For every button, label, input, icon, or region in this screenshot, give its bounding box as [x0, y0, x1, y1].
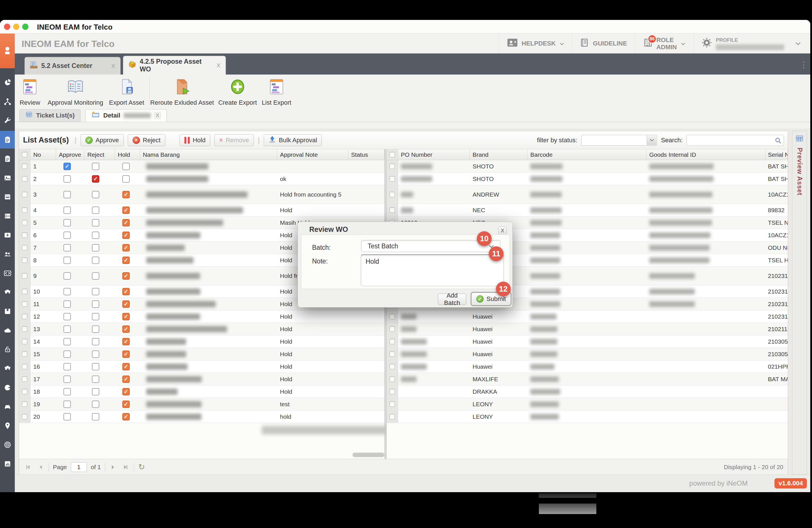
table-row[interactable]: 20✓hold	[19, 411, 385, 423]
hold-checkbox[interactable]: ✓	[122, 219, 130, 226]
sidebar-item-cloud[interactable]	[0, 321, 15, 339]
table-row[interactable]: 15✓Hold	[19, 348, 385, 361]
sidebar-item-archive-box[interactable]	[0, 303, 15, 320]
row-select-checkbox[interactable]	[387, 398, 398, 410]
row-select-checkbox[interactable]	[19, 285, 30, 297]
sidebar-item-store[interactable]	[0, 188, 15, 206]
row-select-checkbox[interactable]	[19, 267, 30, 285]
reject-checkbox[interactable]	[92, 313, 99, 320]
reject-checkbox[interactable]	[92, 300, 99, 308]
table-row[interactable]: DRAKKA	[387, 385, 788, 398]
reject-checkbox[interactable]	[92, 272, 99, 280]
sidebar-item-wrench[interactable]	[0, 112, 15, 129]
approve-checkbox[interactable]	[63, 400, 71, 408]
approve-checkbox[interactable]	[63, 313, 71, 320]
add-batch-button[interactable]: Add Batch	[438, 294, 466, 305]
reject-checkbox[interactable]	[92, 325, 99, 333]
reject-checkbox[interactable]	[92, 338, 99, 346]
tool-review[interactable]: Review	[20, 78, 40, 106]
hold-checkbox[interactable]	[122, 175, 130, 182]
table-row[interactable]: LEONY	[387, 411, 788, 423]
row-select-checkbox[interactable]	[19, 398, 30, 410]
reject-checkbox[interactable]	[92, 288, 99, 295]
tool-create-export[interactable]: Create Export	[218, 78, 257, 106]
column-header-reject[interactable]: Reject	[85, 149, 115, 160]
tool-export-asset[interactable]: Export Asset	[109, 78, 144, 106]
sidebar-item-location-pin[interactable]	[0, 417, 15, 435]
column-header-brand[interactable]: Brand	[470, 149, 527, 160]
modal-close-button[interactable]: X	[498, 226, 507, 235]
reject-checkbox[interactable]	[92, 219, 99, 226]
row-select-checkbox[interactable]	[19, 217, 30, 229]
preview-asset-strip[interactable]: Preview Asset	[792, 131, 807, 474]
tab-asset-center[interactable]: 5.2 Asset Center X	[25, 57, 121, 75]
last-page-button[interactable]	[121, 463, 130, 471]
hold-checkbox[interactable]: ✓	[122, 363, 130, 370]
table-row[interactable]: Huawei2102311	[387, 310, 788, 323]
sidebar-item-puzzle-alt[interactable]	[0, 360, 15, 377]
row-select-checkbox[interactable]	[387, 323, 398, 335]
profile-menu[interactable]: PROFILE	[693, 33, 809, 54]
hold-checkbox[interactable]: ✓	[122, 388, 130, 395]
row-select-checkbox[interactable]	[19, 160, 30, 172]
close-subtab-icon[interactable]: X	[154, 112, 161, 119]
select-all-checkbox[interactable]	[387, 149, 398, 160]
table-row[interactable]: 12✓Hold	[19, 310, 385, 323]
table-row[interactable]: 3✓Hold from accounting 5	[19, 185, 385, 204]
approve-checkbox[interactable]	[63, 388, 71, 395]
row-select-checkbox[interactable]	[19, 323, 30, 335]
approve-checkbox[interactable]	[63, 272, 71, 280]
approve-button[interactable]: ✓ Approve	[81, 134, 124, 146]
reject-checkbox[interactable]	[92, 413, 99, 421]
approve-checkbox[interactable]	[63, 232, 71, 239]
reject-checkbox[interactable]	[92, 400, 99, 408]
first-page-button[interactable]	[24, 463, 32, 471]
table-row[interactable]: SHOTOBAT SHO	[387, 160, 788, 173]
table-row[interactable]: 19✓test	[19, 398, 385, 411]
sidebar-item-people[interactable]	[0, 245, 15, 263]
hold-checkbox[interactable]: ✓	[122, 338, 130, 346]
hold-checkbox[interactable]: ✓	[122, 256, 130, 264]
reject-checkbox[interactable]	[92, 388, 99, 395]
row-select-checkbox[interactable]	[19, 204, 30, 216]
table-row[interactable]: 14✓Hold	[19, 335, 385, 348]
row-select-checkbox[interactable]	[387, 385, 398, 398]
sidebar-item-bar-chart[interactable]	[0, 455, 15, 472]
remove-button[interactable]: × Remove	[214, 134, 254, 146]
row-select-checkbox[interactable]	[19, 173, 30, 185]
hold-checkbox[interactable]: ✓	[122, 376, 130, 383]
approve-checkbox[interactable]	[63, 191, 71, 198]
minimize-window-button[interactable]	[13, 24, 19, 30]
column-header-approve[interactable]: Approve	[56, 149, 85, 160]
column-header-serial-n[interactable]: Serial N	[766, 149, 788, 160]
table-row[interactable]: NEC89832	[387, 204, 788, 217]
table-row[interactable]: 17✓Hold	[19, 373, 385, 385]
hold-checkbox[interactable]	[122, 163, 130, 170]
approve-checkbox[interactable]: ✓	[63, 163, 71, 170]
row-select-checkbox[interactable]	[19, 348, 30, 360]
row-select-checkbox[interactable]	[19, 373, 30, 385]
table-row[interactable]: 16✓Hold	[19, 361, 385, 373]
approve-checkbox[interactable]	[63, 207, 71, 214]
bulk-approval-button[interactable]: Bulk Approval	[264, 134, 322, 146]
prev-page-button[interactable]	[36, 463, 45, 471]
tab-detail[interactable]: Detail X	[85, 109, 167, 122]
approve-checkbox[interactable]	[63, 288, 71, 295]
row-select-checkbox[interactable]	[387, 310, 398, 323]
sidebar-item-image[interactable]	[0, 169, 15, 187]
approve-checkbox[interactable]	[63, 413, 71, 421]
sidebar-item-lock[interactable]	[0, 340, 15, 358]
horizontal-scrollbar-thumb[interactable]	[352, 453, 385, 457]
sidebar-item-download-box[interactable]	[0, 226, 15, 244]
hold-checkbox[interactable]: ✓	[122, 351, 130, 358]
row-select-checkbox[interactable]	[387, 335, 398, 348]
reject-checkbox[interactable]: ✓	[92, 175, 99, 182]
page-number-input[interactable]	[71, 462, 87, 472]
row-select-checkbox[interactable]	[387, 373, 398, 385]
column-header-barcode[interactable]: Barcode	[527, 149, 647, 160]
close-tab-icon[interactable]: X	[105, 62, 115, 70]
refresh-icon[interactable]: ↻	[138, 462, 145, 472]
helpdesk-menu[interactable]: HELPDESK	[499, 33, 572, 54]
hold-checkbox[interactable]: ✓	[122, 272, 130, 280]
row-select-checkbox[interactable]	[387, 160, 398, 172]
